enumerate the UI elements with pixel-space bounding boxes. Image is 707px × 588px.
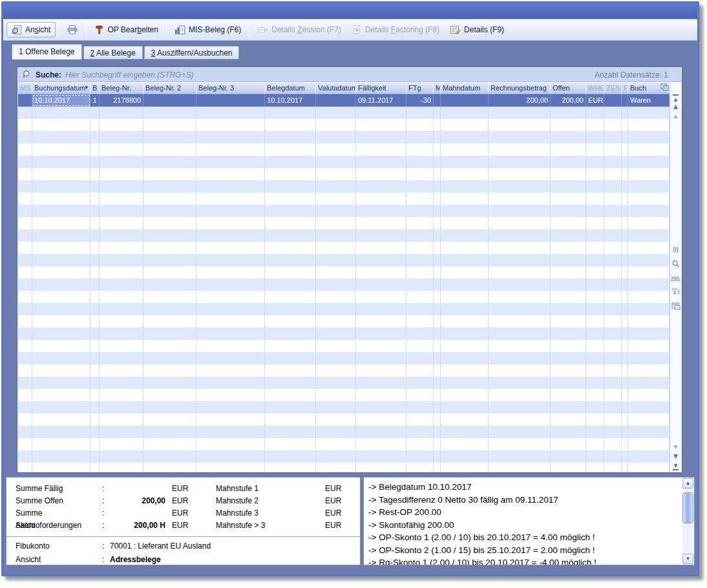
summary-value — [110, 507, 165, 520]
column-header-ftg[interactable]: FTg — [406, 83, 434, 94]
table-row-empty — [18, 205, 670, 217]
window-titlebar[interactable]: OP-Verwaltung: 70001/Lieferant EU Auslan… — [3, 3, 697, 19]
detail-line: -> Belegdatum 10.10.2017 — [368, 481, 677, 494]
cell-valutadatum — [316, 94, 356, 107]
filter-button[interactable] — [671, 285, 681, 299]
details-factoring-label: Details Factoring (F8) — [365, 25, 439, 34]
scroll-first-button[interactable]: ▲ — [671, 94, 681, 102]
table-row-empty — [18, 414, 670, 426]
factoring-icon — [352, 25, 362, 35]
print-button[interactable] — [61, 22, 83, 37]
tab-ausziffern-ausbuchen[interactable]: 3 Ausziffern/Ausbuchen — [144, 46, 240, 59]
ansicht-button[interactable]: Ansicht — [6, 22, 56, 37]
column-header-beleg-nr-3[interactable]: Beleg-Nr. 3 — [196, 83, 265, 94]
scroll-page-down-button[interactable]: ▼ — [671, 452, 681, 462]
summary-label: Summe Offen — [6, 495, 102, 507]
cell-faelligkeit: 09.11.2017 — [356, 94, 406, 107]
table-row-empty — [18, 426, 670, 438]
summary-row-faellig: Summe Fällig : EUR Mahnstufe 1 EUR — [6, 483, 360, 495]
detail-line: -> Skontofähig 200.00 — [368, 519, 677, 532]
currency-label: EUR — [165, 507, 202, 520]
summary-value: 200,00 — [110, 495, 165, 507]
ansicht-label: Ansicht — [25, 25, 50, 34]
column-header-valutadatum[interactable]: Valutadatum — [316, 83, 356, 94]
cell-b: 1 — [90, 94, 100, 107]
table-row-empty — [18, 278, 670, 291]
copy-view-button[interactable] — [671, 299, 681, 313]
column-header-f[interactable]: F — [622, 83, 628, 94]
table-row-empty — [18, 107, 670, 119]
scroll-up-arrow[interactable]: ▲ — [682, 478, 693, 488]
column-header-buch[interactable]: Buch — [628, 83, 670, 94]
zession-icon — [257, 25, 268, 35]
column-header-buchungsdatum[interactable]: Buchungsdatum▼ — [32, 83, 90, 94]
search-icon — [22, 70, 32, 79]
table-row-empty — [18, 229, 670, 242]
xml-export-button[interactable]: XML — [671, 271, 681, 285]
table-row-selected[interactable]: 10.10.2017 1 2178800 10.10.2017 09.11.20… — [18, 94, 670, 107]
column-header-belegdatum[interactable]: Belegdatum — [265, 83, 316, 94]
cell-m — [434, 94, 441, 107]
mahnstufe-label: Mahnstufe 1 — [202, 483, 313, 495]
column-header-mahndatum[interactable]: Mahndatum — [441, 83, 489, 94]
format-columns-button[interactable]: (I) — [671, 242, 681, 257]
summary-row-saldo: Saldo : 200,00 H EUR Mahnstufe > 3 EUR — [6, 520, 360, 532]
tab-strip: 1 Offene Belege 2 Alle Belege 3 Ausziffe… — [12, 44, 239, 59]
column-header-ms[interactable]: MS — [18, 83, 32, 94]
ansicht-label: Ansicht — [6, 553, 102, 565]
mahnstufe-label: Mahnstufe 2 — [202, 495, 313, 507]
op-bearbeiten-button[interactable]: OP Bearbeiten — [89, 22, 164, 37]
currency-label: EUR — [325, 507, 360, 520]
column-header-faelligkeit[interactable]: Fälligkeit — [356, 83, 406, 94]
scroll-down-button[interactable]: ▼ — [671, 443, 681, 452]
toolbar-separator — [58, 23, 59, 37]
column-header-whg[interactable]: WHG — [586, 83, 604, 94]
summary-row-akonto: Summe Akontoforderungen : EUR Mahnstufe … — [6, 507, 360, 520]
column-header-beleg-nr[interactable]: Beleg-Nr. — [100, 83, 143, 94]
preview-icon — [12, 25, 22, 35]
column-header-m[interactable]: M — [434, 83, 441, 94]
table-row-empty — [18, 266, 670, 278]
details-zession-button: Details Zession (F7) — [252, 22, 346, 37]
scroll-down-arrow[interactable]: ▼ — [682, 554, 693, 564]
table-row-empty — [18, 328, 670, 340]
table-row-empty — [18, 401, 670, 414]
scroll-up-button[interactable]: ▲ — [671, 112, 681, 121]
table-row-empty — [18, 168, 670, 180]
currency-label: EUR — [325, 520, 360, 532]
search-input[interactable]: Hier Suchbegriff eingeben (STRG+S) — [65, 70, 591, 79]
cell-zess — [604, 94, 622, 107]
column-header-offen[interactable]: Offen — [551, 83, 586, 94]
ansicht-value: Adressbelege — [110, 553, 360, 565]
table-row-empty — [18, 315, 670, 328]
cell-buchungsdatum: 10.10.2017 — [32, 94, 90, 107]
search-bar[interactable]: Suche: Hier Suchbegriff eingeben (STRG+S… — [18, 68, 681, 82]
details-zession-label: Details Zession (F7) — [271, 25, 341, 34]
details-button[interactable]: Details (F9) — [445, 22, 509, 37]
detail-line: -> Tagesdifferenz 0 Netto 30 fällig am 0… — [368, 494, 677, 507]
op-bearbeiten-label: OP Bearbeiten — [107, 25, 158, 34]
zoom-search-button[interactable] — [671, 257, 681, 271]
scrollbar-thumb[interactable] — [682, 492, 693, 523]
column-header-b[interactable]: B — [90, 83, 100, 94]
scroll-page-up-button[interactable]: ▲ — [671, 102, 681, 112]
copy-window-icon — [671, 302, 681, 310]
column-header-rechnungsbetrag[interactable]: Rechnungsbetrag — [489, 83, 551, 94]
details-label: Details (F9) — [464, 25, 504, 34]
mis-beleg-button[interactable]: MIS-Beleg (F6) — [169, 22, 246, 37]
account-info: Fibukonto : 70001 : Lieferant EU Ausland… — [6, 536, 360, 565]
grid-empty-rows — [18, 107, 670, 472]
details-scrollbar[interactable]: ▲ ▼ — [682, 478, 693, 564]
detail-line: -> Rg-Skonto 1 (2.00 / 10) bis 20.10.201… — [368, 556, 677, 565]
tab-offene-belege[interactable]: 1 Offene Belege — [12, 44, 82, 59]
cell-ms — [18, 94, 32, 107]
column-header-zess[interactable]: ZESS — [604, 83, 622, 94]
cell-ftg: -30 — [406, 94, 434, 107]
currency-label: EUR — [165, 495, 202, 507]
tab-alle-belege[interactable]: 2 Alle Belege — [83, 46, 143, 59]
cell-offen: 200,00 — [551, 94, 586, 107]
column-chooser-icon[interactable] — [660, 83, 669, 91]
scroll-last-button[interactable]: ▼ — [671, 462, 681, 470]
table-row-empty — [18, 450, 670, 463]
column-header-beleg-nr-2[interactable]: Beleg-Nr. 2 — [143, 83, 196, 94]
